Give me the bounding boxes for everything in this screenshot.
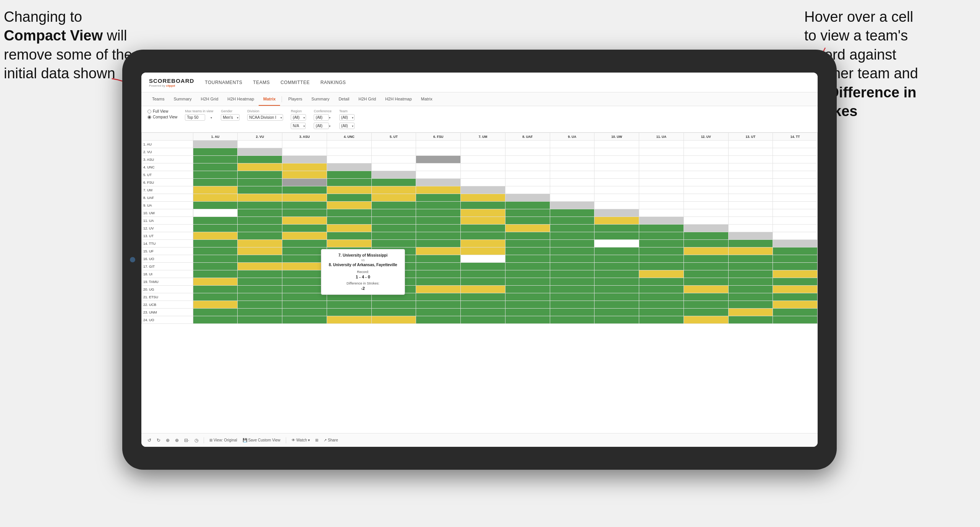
matrix-cell-r3-c11[interactable] — [639, 156, 684, 163]
matrix-cell-r14-c4[interactable] — [327, 240, 371, 247]
matrix-cell-r13-c14[interactable] — [773, 232, 818, 240]
matrix-cell-r15-c2[interactable] — [238, 247, 282, 255]
matrix-cell-r12-c11[interactable] — [639, 225, 684, 232]
filter-gender-select[interactable]: Men's — [221, 114, 240, 121]
matrix-cell-r21-c9[interactable] — [550, 293, 594, 301]
matrix-cell-r23-c10[interactable] — [594, 309, 639, 316]
matrix-cell-r16-c2[interactable] — [238, 255, 282, 263]
matrix-cell-r6-c6[interactable] — [416, 179, 461, 186]
filter-team-select[interactable]: (All) — [339, 114, 355, 121]
matrix-cell-r19-c6[interactable] — [416, 278, 461, 286]
matrix-cell-r10-c10[interactable] — [594, 209, 639, 217]
matrix-cell-r21-c6[interactable] — [416, 293, 461, 301]
matrix-cell-r23-c5[interactable] — [371, 309, 416, 316]
matrix-cell-r20-c6[interactable] — [416, 286, 461, 293]
matrix-cell-r10-c4[interactable] — [327, 209, 371, 217]
matrix-cell-r11-c11[interactable] — [639, 217, 684, 225]
matrix-cell-r20-c1[interactable] — [193, 286, 238, 293]
matrix-cell-r19-c14[interactable] — [773, 278, 818, 286]
matrix-cell-r18-c10[interactable] — [594, 270, 639, 278]
matrix-cell-r2-c10[interactable] — [594, 148, 639, 156]
matrix-cell-r17-c2[interactable] — [238, 263, 282, 270]
matrix-cell-r7-c11[interactable] — [639, 186, 684, 194]
matrix-cell-r14-c9[interactable] — [550, 240, 594, 247]
tab-matrix-players[interactable]: Matrix — [416, 92, 437, 106]
matrix-cell-r22-c4[interactable] — [327, 301, 371, 309]
matrix-cell-r16-c11[interactable] — [639, 255, 684, 263]
matrix-cell-r18-c9[interactable] — [550, 270, 594, 278]
matrix-cell-r8-c5[interactable] — [371, 194, 416, 202]
matrix-cell-r24-c12[interactable] — [684, 316, 728, 324]
matrix-cell-r8-c7[interactable] — [461, 194, 505, 202]
matrix-cell-r6-c10[interactable] — [594, 179, 639, 186]
matrix-cell-r11-c1[interactable] — [193, 217, 238, 225]
matrix-cell-r4-c9[interactable] — [550, 163, 594, 171]
matrix-cell-r19-c3[interactable] — [282, 278, 327, 286]
matrix-cell-r8-c11[interactable] — [639, 194, 684, 202]
matrix-cell-r5-c1[interactable] — [193, 171, 238, 179]
matrix-cell-r5-c9[interactable] — [550, 171, 594, 179]
matrix-cell-r20-c9[interactable] — [550, 286, 594, 293]
matrix-cell-r17-c13[interactable] — [728, 263, 773, 270]
matrix-cell-r10-c12[interactable] — [684, 209, 728, 217]
matrix-cell-r9-c6[interactable] — [416, 202, 461, 209]
matrix-cell-r24-c14[interactable] — [773, 316, 818, 324]
matrix-cell-r6-c14[interactable] — [773, 179, 818, 186]
matrix-cell-r14-c5[interactable] — [371, 240, 416, 247]
matrix-cell-r20-c7[interactable] — [461, 286, 505, 293]
matrix-cell-r18-c3[interactable] — [282, 270, 327, 278]
matrix-cell-r20-c3[interactable] — [282, 286, 327, 293]
tab-matrix-teams[interactable]: Matrix — [259, 92, 280, 106]
matrix-cell-r3-c6[interactable] — [416, 156, 461, 163]
filter-max-teams-select[interactable]: Top 50 — [185, 114, 205, 121]
zoom-reset-button[interactable]: ⊟· — [184, 438, 189, 443]
matrix-cell-r11-c6[interactable] — [416, 217, 461, 225]
matrix-cell-r22-c12[interactable] — [684, 301, 728, 309]
matrix-cell-r10-c7[interactable] — [461, 209, 505, 217]
matrix-cell-r1-c2[interactable] — [238, 141, 282, 148]
matrix-cell-r19-c1[interactable] — [193, 278, 238, 286]
matrix-cell-r9-c14[interactable] — [773, 202, 818, 209]
matrix-cell-r8-c6[interactable] — [416, 194, 461, 202]
matrix-cell-r17-c8[interactable] — [505, 263, 550, 270]
matrix-cell-r8-c14[interactable] — [773, 194, 818, 202]
matrix-cell-r4-c6[interactable] — [416, 163, 461, 171]
matrix-cell-r12-c9[interactable] — [550, 225, 594, 232]
matrix-cell-r15-c6[interactable] — [416, 247, 461, 255]
matrix-cell-r15-c14[interactable] — [773, 247, 818, 255]
matrix-cell-r7-c8[interactable] — [505, 186, 550, 194]
matrix-cell-r15-c11[interactable] — [639, 247, 684, 255]
matrix-cell-r16-c13[interactable] — [728, 255, 773, 263]
matrix-cell-r9-c10[interactable] — [594, 202, 639, 209]
matrix-cell-r2-c2[interactable] — [238, 148, 282, 156]
filter-team2-select[interactable]: (All) — [339, 123, 355, 129]
matrix-cell-r17-c11[interactable] — [639, 263, 684, 270]
matrix-cell-r11-c13[interactable] — [728, 217, 773, 225]
matrix-area[interactable]: 1. AU 2. VU 3. ASU 4. UNC 5. UT 6. FSU 7… — [141, 133, 818, 433]
matrix-cell-r24-c1[interactable] — [193, 316, 238, 324]
tab-summary-teams[interactable]: Summary — [169, 92, 196, 106]
matrix-cell-r22-c1[interactable] — [193, 301, 238, 309]
matrix-cell-r20-c8[interactable] — [505, 286, 550, 293]
matrix-cell-r13-c6[interactable] — [416, 232, 461, 240]
matrix-cell-r1-c4[interactable] — [327, 141, 371, 148]
matrix-cell-r1-c5[interactable] — [371, 141, 416, 148]
matrix-cell-r16-c8[interactable] — [505, 255, 550, 263]
matrix-cell-r11-c5[interactable] — [371, 217, 416, 225]
matrix-cell-r19-c11[interactable] — [639, 278, 684, 286]
matrix-cell-r11-c4[interactable] — [327, 217, 371, 225]
matrix-cell-r4-c3[interactable] — [282, 163, 327, 171]
matrix-cell-r24-c8[interactable] — [505, 316, 550, 324]
matrix-cell-r10-c1[interactable] — [193, 209, 238, 217]
matrix-cell-r12-c2[interactable] — [238, 225, 282, 232]
tab-teams[interactable]: Teams — [147, 92, 169, 106]
matrix-cell-r3-c13[interactable] — [728, 156, 773, 163]
matrix-cell-r9-c12[interactable] — [684, 202, 728, 209]
matrix-cell-r16-c7[interactable] — [461, 255, 505, 263]
matrix-cell-r18-c8[interactable] — [505, 270, 550, 278]
matrix-cell-r9-c11[interactable] — [639, 202, 684, 209]
matrix-cell-r24-c13[interactable] — [728, 316, 773, 324]
matrix-cell-r3-c7[interactable] — [461, 156, 505, 163]
matrix-cell-r21-c7[interactable] — [461, 293, 505, 301]
matrix-cell-r10-c2[interactable] — [238, 209, 282, 217]
